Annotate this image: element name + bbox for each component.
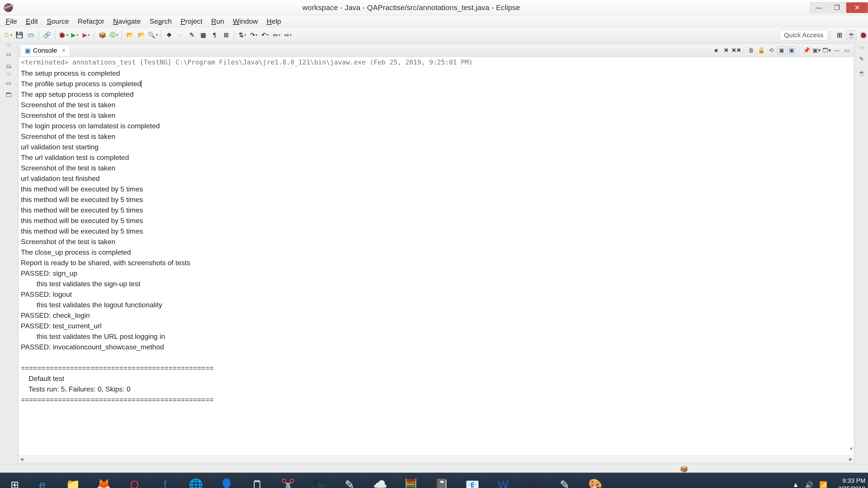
new-package-button[interactable]: 📦 bbox=[98, 31, 107, 39]
open-console-button[interactable]: 🗔▾ bbox=[823, 46, 831, 55]
outline-icon[interactable]: ☕ bbox=[857, 69, 866, 77]
tray-expand-icon[interactable]: ▲ bbox=[793, 481, 799, 488]
back-button[interactable]: ⇦ bbox=[272, 31, 281, 39]
link-editor-button[interactable]: 🔗 bbox=[42, 31, 51, 39]
task-jenkins[interactable]: 👤 bbox=[211, 475, 242, 488]
task-app2[interactable]: ✎ bbox=[549, 475, 580, 488]
task-onedrive[interactable]: ☁️ bbox=[365, 475, 396, 488]
debug-perspective-button[interactable]: 🐞 bbox=[858, 30, 868, 40]
task-slack[interactable]: # bbox=[518, 475, 549, 488]
task-paint[interactable]: 🎨 bbox=[580, 475, 611, 488]
close-button[interactable]: ✕ bbox=[846, 2, 868, 13]
task-explorer[interactable]: 📁 bbox=[58, 475, 88, 488]
scroll-lock-button[interactable]: 🔒 bbox=[757, 46, 766, 55]
search-button[interactable]: 🔍 bbox=[148, 31, 157, 39]
open-type-button[interactable]: 📂 bbox=[126, 31, 134, 39]
close-tab-icon[interactable]: ✕ bbox=[61, 47, 66, 54]
package-explorer-icon[interactable]: 🗂 bbox=[4, 62, 13, 70]
run-button[interactable]: ▶ bbox=[70, 31, 79, 39]
remove-launch-button[interactable]: ✖ bbox=[722, 46, 731, 55]
open-task-button[interactable]: 📂 bbox=[137, 31, 146, 39]
prev-annotation-button[interactable]: ↶ bbox=[261, 31, 270, 39]
display-console-button[interactable]: ▣▾ bbox=[812, 46, 821, 55]
task-opera[interactable]: O bbox=[119, 475, 150, 488]
forward-button[interactable]: ⇨ bbox=[284, 31, 292, 39]
menu-navigate[interactable]: Navigate bbox=[108, 16, 145, 27]
menu-refactor[interactable]: Refactor bbox=[73, 16, 108, 27]
tab-console[interactable]: ▣ Console ✕ bbox=[21, 45, 70, 56]
terminate-button[interactable]: ■ bbox=[712, 46, 720, 55]
skip-breakpoints-button[interactable]: ⟋ bbox=[176, 31, 185, 39]
restore-view-icon[interactable]: ▭ bbox=[4, 79, 13, 88]
menu-edit[interactable]: Edit bbox=[22, 16, 42, 27]
show-on-err-button[interactable]: ▣ bbox=[787, 46, 796, 55]
run-last-button[interactable]: ▶ bbox=[82, 31, 90, 39]
trim-handle[interactable]: ⠿⠿ bbox=[858, 47, 865, 50]
menu-file[interactable]: File bbox=[1, 16, 22, 27]
scroll-down-icon[interactable]: ▼ bbox=[849, 444, 853, 454]
console-process-label: <terminated> annotations_test [TestNG] C… bbox=[19, 57, 854, 68]
new-button[interactable]: 🗋 bbox=[3, 31, 12, 39]
window-controls: — ❐ ✕ bbox=[810, 2, 868, 13]
task-firefox[interactable]: 🦊 bbox=[88, 475, 119, 488]
task-snip[interactable]: ✂️ bbox=[273, 475, 303, 488]
task-notes[interactable]: 🗒 bbox=[242, 475, 273, 488]
new-type-button[interactable]: Ⓖ bbox=[109, 31, 118, 39]
menu-project[interactable]: Project bbox=[176, 16, 207, 27]
console-output[interactable]: The setup process is completed The profi… bbox=[19, 68, 854, 455]
outline-view-icon[interactable]: 🗔 bbox=[4, 91, 13, 99]
next-annotation-button[interactable]: ↷ bbox=[249, 31, 258, 39]
task-facebook[interactable]: f bbox=[150, 475, 180, 488]
toggle-breadcrumb-button[interactable]: ❖ bbox=[164, 31, 174, 39]
console-toolbar: ■ ✖ ✖✖ 🗑 🔒 ⟲ ▣ ▣ 📌 ▣▾ 🗔▾ — ▭ bbox=[712, 46, 854, 55]
debug-button[interactable]: 🐞 bbox=[59, 31, 68, 39]
clear-console-button[interactable]: 🗑 bbox=[747, 46, 755, 55]
toggle-block-button[interactable]: ▦ bbox=[199, 31, 208, 39]
clock[interactable]: 9:33 PM 2/25/2019 bbox=[834, 477, 865, 488]
horizontal-scrollbar[interactable] bbox=[19, 455, 854, 463]
mark-occurrences-button[interactable]: ✎ bbox=[187, 31, 196, 39]
restore-view-icon[interactable]: ▭ bbox=[4, 50, 13, 59]
minimize-button[interactable]: — bbox=[810, 2, 828, 13]
window-titlebar: workspace - Java - QAPractise/src/annota… bbox=[0, 0, 868, 15]
task-calc[interactable]: 🧮 bbox=[396, 475, 426, 488]
maximize-button[interactable]: ❐ bbox=[828, 2, 846, 13]
save-button[interactable]: 💾 bbox=[15, 31, 24, 39]
open-perspective-button[interactable]: ⊞ bbox=[835, 30, 844, 40]
show-whitespace-button[interactable]: ¶ bbox=[210, 31, 219, 39]
tray-network-icon[interactable]: 📶 bbox=[819, 481, 828, 488]
separator bbox=[161, 30, 161, 40]
save-all-button[interactable]: 🗃 bbox=[26, 31, 35, 39]
maximize-view-button[interactable]: ▭ bbox=[843, 46, 851, 55]
quick-access-input[interactable]: Quick Access bbox=[780, 30, 828, 40]
trim-handle[interactable]: ⠿⠿ bbox=[5, 73, 12, 76]
java-perspective-button[interactable]: ☕ bbox=[846, 30, 856, 40]
show-on-out-button[interactable]: ▣ bbox=[777, 46, 786, 55]
menu-run[interactable]: Run bbox=[207, 16, 228, 27]
right-trim-stack: ⠿⠿ ✎ ☕ bbox=[855, 43, 868, 464]
menu-source[interactable]: Source bbox=[42, 16, 73, 27]
start-button[interactable]: ⊞ bbox=[3, 476, 27, 488]
toggle-word-wrap-button[interactable]: ⊞ bbox=[222, 31, 230, 39]
menu-help[interactable]: Help bbox=[262, 16, 285, 27]
task-word[interactable]: W bbox=[488, 475, 518, 488]
tray-volume-icon[interactable]: 🔊 bbox=[805, 481, 813, 488]
task-outlook[interactable]: 📧 bbox=[457, 475, 488, 488]
task-ie[interactable]: e bbox=[27, 475, 58, 488]
annotation-nav-button[interactable]: ⇅ bbox=[238, 31, 247, 39]
pin-console-button[interactable]: 📌 bbox=[802, 46, 811, 55]
task-eclipse[interactable]: 🌑 bbox=[303, 475, 334, 488]
task-chrome[interactable]: 🌐 bbox=[180, 475, 211, 488]
menu-window[interactable]: Window bbox=[228, 16, 262, 27]
trim-handle[interactable]: ⠿⠿ bbox=[5, 44, 12, 47]
separator bbox=[94, 30, 94, 40]
minimize-view-button[interactable]: — bbox=[833, 46, 841, 55]
word-wrap-button[interactable]: ⟲ bbox=[767, 46, 776, 55]
remove-all-button[interactable]: ✖✖ bbox=[732, 46, 741, 55]
task-onenote[interactable]: 📓 bbox=[426, 475, 457, 488]
updates-available-icon[interactable]: 📦 bbox=[680, 465, 688, 473]
menu-search[interactable]: Search bbox=[145, 16, 176, 27]
window-title: workspace - Java - QAPractise/src/annota… bbox=[13, 3, 810, 12]
task-app1[interactable]: ✎ bbox=[334, 475, 365, 488]
task-list-icon[interactable]: ✎ bbox=[857, 55, 866, 63]
